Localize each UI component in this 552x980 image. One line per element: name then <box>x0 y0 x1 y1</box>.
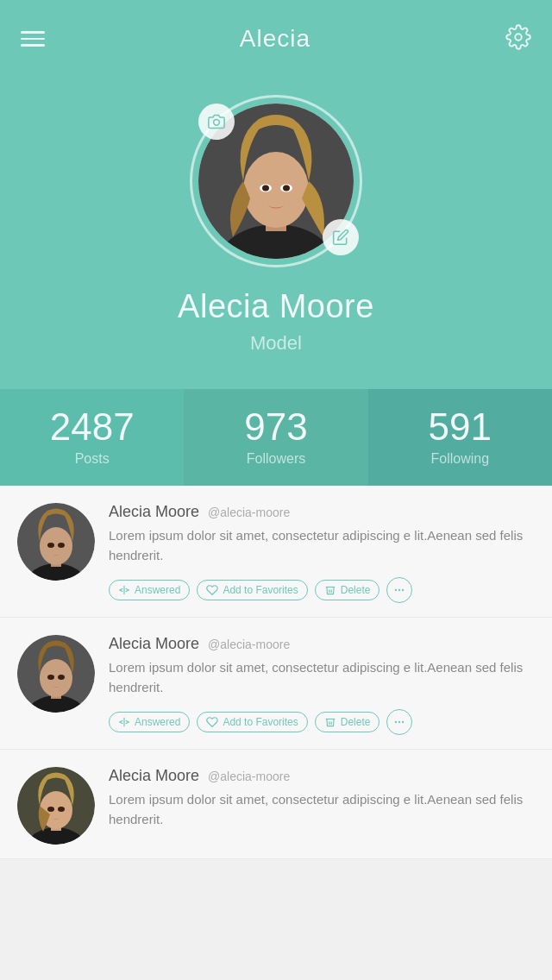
svg-point-10 <box>283 185 290 192</box>
svg-point-26 <box>47 675 54 680</box>
following-count: 591 <box>429 408 492 446</box>
avatar-container <box>190 95 362 267</box>
svg-point-30 <box>402 721 404 723</box>
post-actions: Answered Add to Favorites Delete <box>109 709 535 735</box>
post-header: Alecia Moore @alecia-moore <box>109 635 535 653</box>
profile-name: Alecia Moore <box>178 288 374 325</box>
svg-point-16 <box>47 543 54 548</box>
post-header: Alecia Moore @alecia-moore <box>109 767 535 785</box>
post-avatar <box>17 767 95 845</box>
post-actions: Answered Add to Favorites Delete <box>109 577 535 603</box>
post-header: Alecia Moore @alecia-moore <box>109 503 535 521</box>
post-text: Lorem ipsum dolor sit amet, consectetur … <box>109 790 535 829</box>
camera-button[interactable] <box>198 104 235 140</box>
followers-label: Followers <box>247 451 305 467</box>
stats-bar: 2487 Posts 973 Followers 591 Following <box>0 389 552 486</box>
post-username: Alecia Moore <box>109 635 199 653</box>
menu-icon[interactable] <box>21 31 45 47</box>
svg-point-15 <box>40 527 72 565</box>
post-username: Alecia Moore <box>109 767 199 785</box>
posts-count: 2487 <box>50 408 135 446</box>
post-handle: @alecia-moore <box>208 638 290 651</box>
profile-title: Model <box>250 332 302 355</box>
more-button[interactable] <box>386 577 412 603</box>
more-button[interactable] <box>386 709 412 735</box>
svg-point-1 <box>214 120 220 126</box>
post-username: Alecia Moore <box>109 503 199 521</box>
post-text: Lorem ipsum dolor sit amet, consectetur … <box>109 658 535 697</box>
stat-following[interactable]: 591 Following <box>368 389 552 486</box>
favorites-button[interactable]: Add to Favorites <box>197 712 307 732</box>
page-title: Alecia <box>240 25 310 53</box>
post-content: Alecia Moore @alecia-moore Lorem ipsum d… <box>109 635 535 735</box>
post-handle: @alecia-moore <box>208 770 290 783</box>
following-label: Following <box>431 451 490 467</box>
post-content: Alecia Moore @alecia-moore Lorem ipsum d… <box>109 767 535 845</box>
svg-point-28 <box>395 721 397 723</box>
feed: Alecia Moore @alecia-moore Lorem ipsum d… <box>0 486 552 859</box>
post-item: Alecia Moore @alecia-moore Lorem ipsum d… <box>0 750 552 859</box>
delete-button[interactable]: Delete <box>315 712 380 732</box>
profile-section: Alecia Moore Model <box>0 78 552 389</box>
favorites-button[interactable]: Add to Favorites <box>197 580 307 600</box>
post-item: Alecia Moore @alecia-moore Lorem ipsum d… <box>0 618 552 750</box>
post-content: Alecia Moore @alecia-moore Lorem ipsum d… <box>109 503 535 603</box>
edit-button[interactable] <box>323 219 359 255</box>
stat-followers[interactable]: 973 Followers <box>184 389 367 486</box>
answered-button[interactable]: Answered <box>109 580 190 600</box>
svg-point-6 <box>243 152 309 228</box>
post-avatar <box>17 635 95 713</box>
post-text: Lorem ipsum dolor sit amet, consectetur … <box>109 526 535 565</box>
svg-point-8 <box>262 185 269 192</box>
svg-point-20 <box>402 589 404 591</box>
followers-count: 973 <box>244 408 307 446</box>
header: Alecia <box>0 0 552 78</box>
answered-button[interactable]: Answered <box>109 712 190 732</box>
post-item: Alecia Moore @alecia-moore Lorem ipsum d… <box>0 486 552 618</box>
svg-point-18 <box>395 589 397 591</box>
svg-point-19 <box>398 589 400 591</box>
posts-label: Posts <box>75 451 110 467</box>
svg-point-37 <box>58 807 65 812</box>
post-avatar <box>17 503 95 581</box>
svg-point-27 <box>58 675 65 680</box>
svg-point-36 <box>47 807 54 812</box>
post-handle: @alecia-moore <box>208 506 290 519</box>
delete-button[interactable]: Delete <box>315 580 380 600</box>
stat-posts[interactable]: 2487 Posts <box>0 389 184 486</box>
settings-icon[interactable] <box>505 24 531 53</box>
svg-point-25 <box>40 659 72 697</box>
svg-point-29 <box>398 721 400 723</box>
svg-point-0 <box>515 34 522 41</box>
svg-point-17 <box>58 543 65 548</box>
